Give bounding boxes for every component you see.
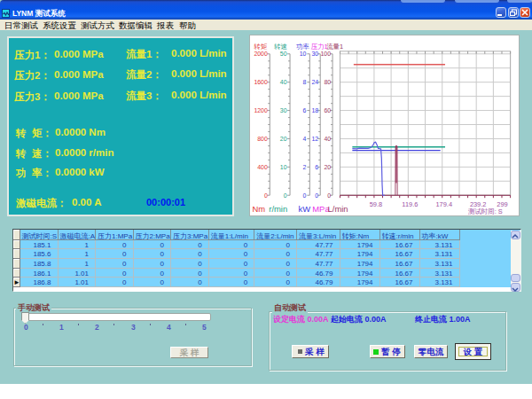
svg-text:8: 8: [303, 79, 307, 85]
svg-text:0: 0: [284, 192, 287, 199]
svg-text:0: 0: [303, 192, 307, 199]
svg-text:40: 40: [280, 79, 287, 85]
svg-text:0: 0: [264, 192, 268, 199]
svg-text:2: 2: [303, 164, 307, 170]
svg-text:20: 20: [324, 164, 331, 170]
svg-text:r/min: r/min: [269, 204, 287, 214]
svg-text:80: 80: [324, 79, 331, 85]
svg-text:0: 0: [327, 192, 331, 199]
svg-text:L/min: L/min: [328, 204, 348, 214]
svg-text:转矩: 转矩: [253, 43, 267, 51]
svg-text:Nm: Nm: [252, 204, 265, 214]
svg-text:12: 12: [312, 136, 319, 142]
svg-text:18: 18: [312, 107, 319, 113]
svg-text:800: 800: [257, 136, 268, 142]
svg-text:119.6: 119.6: [402, 200, 418, 208]
svg-text:59.8: 59.8: [370, 200, 382, 208]
svg-text:转速: 转速: [273, 43, 287, 51]
svg-text:10: 10: [300, 51, 307, 57]
svg-text:测试时间: S: 测试时间: S: [468, 207, 503, 215]
svg-text:1600: 1600: [254, 79, 268, 85]
svg-text:压力1: 压力1: [311, 43, 328, 51]
svg-text:24: 24: [312, 79, 319, 85]
svg-text:6: 6: [315, 164, 318, 170]
svg-text:1200: 1200: [254, 107, 268, 113]
svg-text:流量1: 流量1: [326, 43, 343, 51]
svg-text:30: 30: [280, 107, 287, 113]
svg-text:2000: 2000: [254, 51, 268, 57]
svg-text:400: 400: [257, 164, 268, 170]
svg-text:60: 60: [324, 107, 331, 113]
svg-text:40: 40: [324, 136, 331, 142]
svg-text:10: 10: [280, 164, 287, 170]
svg-text:179.4: 179.4: [435, 200, 452, 208]
svg-text:100: 100: [321, 51, 332, 57]
svg-text:4: 4: [303, 136, 307, 142]
svg-text:30: 30: [312, 51, 319, 57]
svg-text:kW: kW: [298, 204, 310, 214]
svg-text:功率: 功率: [296, 43, 309, 51]
svg-text:20: 20: [280, 136, 287, 142]
svg-text:0: 0: [315, 192, 318, 199]
svg-text:6: 6: [303, 107, 307, 113]
svg-text:50: 50: [280, 51, 287, 57]
